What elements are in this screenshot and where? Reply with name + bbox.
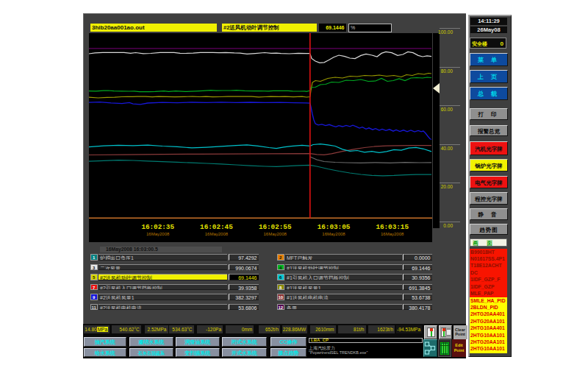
svg-text:16:03:05: 16:03:05	[318, 223, 351, 231]
svg-text:16:02:45: 16:02:45	[200, 223, 233, 231]
svg-text:16May2008: 16May2008	[264, 232, 287, 236]
svg-text:16May2008: 16May2008	[146, 232, 170, 236]
svg-text:16:02:35: 16:02:35	[141, 223, 174, 231]
svg-text:16:02:55: 16:02:55	[259, 223, 292, 231]
svg-text:16May2008: 16May2008	[205, 232, 229, 236]
svg-text:16May2008: 16May2008	[381, 232, 404, 236]
svg-text:16May2008: 16May2008	[322, 232, 345, 236]
svg-text:16:03:15: 16:03:15	[376, 223, 409, 231]
